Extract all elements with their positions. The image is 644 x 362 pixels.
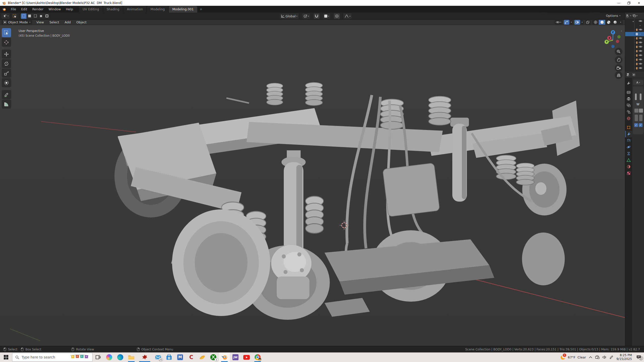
workspace-tab-animation[interactable]: Animation xyxy=(123,6,146,13)
object-visibility-dropdown[interactable]: ▾ xyxy=(555,20,562,25)
gizmo-dropdown[interactable]: ▾ xyxy=(570,20,573,25)
viewport-menu-object[interactable]: Object xyxy=(73,20,89,24)
shading-rendered-button[interactable] xyxy=(612,20,618,25)
close-button[interactable]: ✕ xyxy=(634,0,644,6)
taskbar-app-chrome[interactable] xyxy=(252,352,263,362)
menu-help[interactable]: Help xyxy=(63,6,76,13)
properties-tab-texture[interactable] xyxy=(625,170,632,176)
tool-measure[interactable] xyxy=(2,100,11,109)
interaction-mode-dropdown[interactable]: Object Mode ▾ xyxy=(2,20,32,25)
select-mode-invert[interactable] xyxy=(38,13,44,19)
properties-tab-physics[interactable] xyxy=(625,144,632,150)
overlays-dropdown[interactable]: ▾ xyxy=(581,20,584,25)
tool-cursor[interactable] xyxy=(2,38,11,47)
tool-transform[interactable] xyxy=(2,78,11,87)
properties-tab-data[interactable] xyxy=(625,157,632,163)
outliner-row[interactable]: ⌄ xyxy=(625,23,644,28)
taskbar-app-xbox[interactable]: 1 xyxy=(208,352,219,362)
add-workspace-button[interactable]: + xyxy=(198,6,204,13)
properties-tab-particles[interactable] xyxy=(625,137,632,144)
gizmo-z-axis[interactable]: Z xyxy=(611,30,615,34)
modifier-button[interactable] xyxy=(639,115,642,121)
workspace-tab-modeling[interactable]: Modeling xyxy=(147,6,168,13)
xray-toggle[interactable] xyxy=(585,20,591,25)
eye-icon[interactable] xyxy=(639,20,642,22)
properties-tab-constraints[interactable] xyxy=(625,150,632,157)
eye-icon[interactable] xyxy=(639,67,642,69)
proportional-editing-toggle[interactable] xyxy=(334,13,340,19)
outliner-display-mode-dropdown[interactable]: ▾ xyxy=(626,14,631,17)
taskbar-app-store[interactable] xyxy=(164,352,175,362)
tray-cast-icon[interactable] xyxy=(595,355,599,359)
modifier-button[interactable] xyxy=(635,115,638,121)
gizmo-x-neg-axis[interactable] xyxy=(616,40,619,43)
weather-widget[interactable]: 1 67°F Clear xyxy=(560,354,586,360)
snap-target-dropdown[interactable]: ▾ xyxy=(323,13,330,19)
tool-scale[interactable] xyxy=(2,69,11,78)
restore-button[interactable] xyxy=(624,0,634,6)
camera-view-button[interactable] xyxy=(615,64,622,72)
outliner-filter-dropdown[interactable]: ▾ xyxy=(633,14,637,17)
shading-material-button[interactable] xyxy=(605,20,612,25)
start-button[interactable] xyxy=(0,352,12,362)
navigation-gizmo[interactable]: Z X Y xyxy=(601,27,624,50)
toggle-perspective-button[interactable] xyxy=(615,71,622,79)
chevron-icon[interactable]: ⌄ xyxy=(639,32,641,35)
tray-volume-icon[interactable] xyxy=(602,355,607,359)
menu-render[interactable]: Render xyxy=(30,6,46,13)
properties-search-icon[interactable] xyxy=(632,73,635,76)
gizmo-y-neg-axis[interactable] xyxy=(617,35,621,38)
eye-icon[interactable] xyxy=(639,28,642,31)
outliner-row[interactable] xyxy=(625,53,644,58)
taskbar-app-blender[interactable] xyxy=(219,352,230,362)
tray-pen-icon[interactable] xyxy=(610,355,613,359)
eye-icon[interactable] xyxy=(639,58,642,61)
taskbar-app-file-explorer[interactable] xyxy=(126,352,137,362)
properties-tab-output[interactable] xyxy=(625,96,632,102)
outliner-row[interactable] xyxy=(625,45,644,49)
tool-rotate[interactable] xyxy=(2,59,11,68)
outliner-row[interactable] xyxy=(625,49,644,53)
taskbar-app-solitaire[interactable] xyxy=(197,352,208,362)
properties-tab-scene[interactable] xyxy=(625,109,632,115)
eye-icon[interactable] xyxy=(639,41,642,43)
notification-center-button[interactable]: 2 xyxy=(635,355,642,359)
eye-icon[interactable] xyxy=(639,37,642,39)
workspace-tab-shading[interactable]: Shading xyxy=(103,6,123,13)
properties-tab-view-layer[interactable] xyxy=(625,102,632,109)
outliner-row-selected[interactable]: ⌄ xyxy=(625,32,644,36)
properties-tab-tool[interactable] xyxy=(625,80,632,86)
active-tool-dropdown[interactable]: ▾ xyxy=(2,13,10,19)
eye-icon[interactable] xyxy=(639,50,642,52)
taskbar-app-jw-library[interactable]: JW xyxy=(230,352,241,362)
properties-tab-render[interactable] xyxy=(625,89,632,96)
properties-tab-world[interactable] xyxy=(625,115,632,122)
tool-select-box-indicator[interactable] xyxy=(11,13,18,19)
outliner-row[interactable] xyxy=(625,36,644,40)
properties-tab-object[interactable] xyxy=(625,124,632,131)
expand-arrow-icon[interactable]: ▾ xyxy=(633,20,634,23)
properties-path-dropdown[interactable]: A▾ xyxy=(633,80,643,85)
pivot-point-dropdown[interactable]: ▾ xyxy=(302,13,310,19)
taskbar-app-youtube[interactable] xyxy=(241,352,252,362)
eye-icon[interactable] xyxy=(639,46,642,48)
workspace-tab-uv-editing[interactable]: UV Editing xyxy=(79,6,102,13)
properties-editor-type-dropdown[interactable] xyxy=(627,73,630,76)
select-mode-subtract[interactable] xyxy=(32,13,38,19)
tray-clock[interactable]: 8:25 PM 9/15/2025 xyxy=(616,353,632,361)
orientation-dropdown[interactable]: Global ▾ xyxy=(280,13,299,19)
options-dropdown[interactable]: Options▾ xyxy=(606,14,620,18)
proportional-falloff-dropdown[interactable]: ▾ xyxy=(343,13,352,19)
outliner-row[interactable] xyxy=(625,58,644,62)
select-mode-set[interactable] xyxy=(21,13,26,19)
zoom-button[interactable] xyxy=(615,48,622,55)
gizmo-z-neg-axis[interactable] xyxy=(611,45,615,48)
menu-edit[interactable]: Edit xyxy=(19,6,30,13)
viewport-menu-select[interactable]: Select xyxy=(47,20,62,24)
viewport-menu-add[interactable]: Add xyxy=(62,20,73,24)
tray-chevron-up-icon[interactable] xyxy=(589,356,592,358)
select-mode-intersect[interactable] xyxy=(44,13,50,19)
tool-move[interactable] xyxy=(2,50,11,59)
outliner-row[interactable] xyxy=(625,40,644,45)
show-overlays-toggle[interactable] xyxy=(574,20,580,25)
